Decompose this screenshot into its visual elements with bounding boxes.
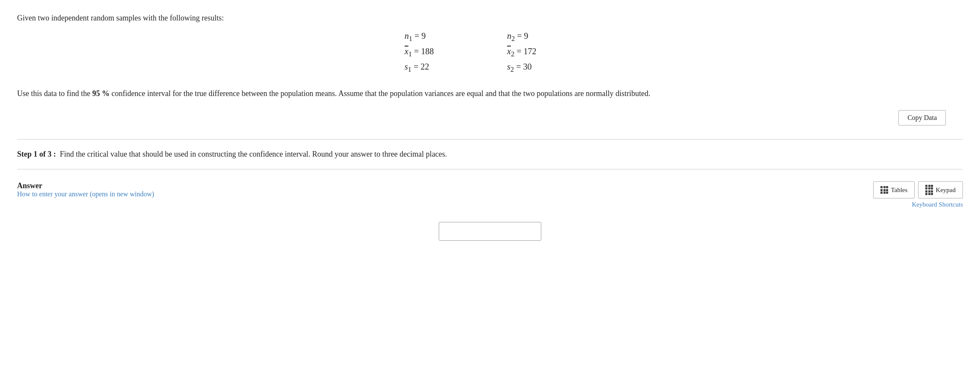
math-cell-xbar1: x1 = 188: [405, 47, 473, 58]
keypad-label: Keypad: [936, 187, 956, 194]
math-row-3: s1 = 22 s2 = 30: [405, 62, 575, 74]
answer-section: Answer How to enter your answer (opens i…: [17, 178, 963, 241]
math-row-1: n1 = 9 n2 = 9: [405, 31, 575, 43]
math-cell-n2: n2 = 9: [507, 31, 575, 43]
copy-data-area: Copy Data: [17, 110, 963, 125]
math-row-2: x1 = 188 x2 = 172: [405, 47, 575, 58]
math-cell-s2: s2 = 30: [507, 62, 575, 74]
description-text: Use this data to find the 95 % confidenc…: [17, 87, 963, 100]
tables-label: Tables: [891, 187, 907, 194]
s1-label: s1 = 22: [405, 62, 429, 71]
step-text: Step 1 of 3 : Find the critical value th…: [17, 150, 963, 159]
intro-text: Given two independent random samples wit…: [17, 14, 963, 23]
answer-left: Answer How to enter your answer (opens i…: [17, 181, 154, 198]
step-label: Step 1 of 3 :: [17, 150, 56, 158]
answer-input[interactable]: [439, 222, 541, 241]
math-block: n1 = 9 n2 = 9 x1 = 188 x2 = 172 s1 = 22 …: [362, 31, 618, 77]
divider-1: [17, 139, 963, 140]
xbar1-label: x1 = 188: [405, 47, 434, 56]
keypad-button[interactable]: Keypad: [918, 181, 963, 199]
math-cell-xbar2: x2 = 172: [507, 47, 575, 58]
answer-input-row: [17, 222, 963, 241]
answer-label: Answer: [17, 181, 154, 190]
n2-label: n2 = 9: [507, 31, 528, 41]
s2-label: s2 = 30: [507, 62, 531, 71]
tables-icon: [880, 186, 888, 194]
tables-button[interactable]: Tables: [873, 181, 915, 199]
math-cell-n1: n1 = 9: [405, 31, 473, 43]
n1-label: n1 = 9: [405, 31, 426, 41]
xbar2-label: x2 = 172: [507, 47, 537, 56]
answer-header-row: Answer How to enter your answer (opens i…: [17, 181, 963, 209]
step-description: Find the critical value that should be u…: [60, 150, 447, 158]
keypad-icon: [925, 185, 933, 195]
answer-help-link[interactable]: How to enter your answer (opens in new w…: [17, 190, 154, 198]
answer-buttons: Tables: [873, 181, 963, 199]
copy-data-button[interactable]: Copy Data: [898, 110, 946, 125]
answer-right: Tables: [873, 181, 963, 209]
keyboard-shortcuts-link[interactable]: Keyboard Shortcuts: [912, 201, 963, 208]
math-cell-s1: s1 = 22: [405, 62, 473, 74]
page-container: Given two independent random samples wit…: [0, 0, 980, 258]
divider-2: [17, 169, 963, 169]
